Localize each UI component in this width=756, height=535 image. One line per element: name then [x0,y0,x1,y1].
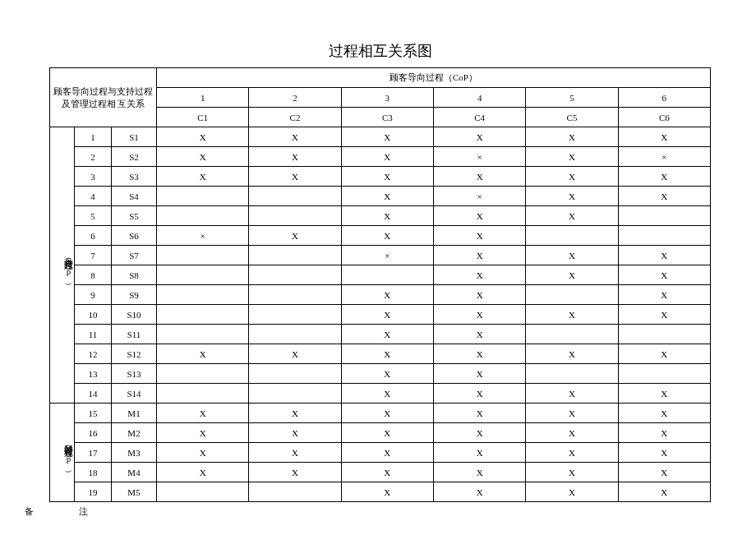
cell: X [434,482,526,502]
cell: X [618,344,710,364]
cell: X [434,305,526,325]
relation-table: 顾客导向过程与支持过程及管理过程相 互关系 顾客导向过程（CoP） 1 2 3 … [49,67,711,502]
row-code: S9 [112,285,157,305]
cell [341,265,433,285]
cell [249,206,341,226]
cell [157,325,249,344]
cell: X [618,404,710,423]
footnote: 备 注 [49,505,711,518]
table-row: 3S3XXXXXX [50,167,711,187]
cell: X [434,404,526,423]
cell: X [157,344,249,364]
table-row: 2S2XXX×X× [50,147,711,167]
row-num: 4 [75,187,112,206]
cell: X [526,127,618,147]
cell: X [249,404,341,423]
cell: X [618,265,710,285]
cell [157,384,249,404]
group-label-text: 管理过程（Mp） [51,439,74,465]
group-label: 支持过程（Sp） [50,127,75,404]
cell: X [526,482,618,502]
cell [249,482,341,502]
row-code: S1 [112,127,157,147]
cell: X [341,206,433,226]
cell: X [526,167,618,187]
cell: X [434,443,526,463]
table-row: 9S9XXX [50,285,711,305]
cell: × [157,226,249,246]
cell: X [157,167,249,187]
row-num: 1 [75,127,112,147]
cell: X [434,265,526,285]
col-num: 3 [341,88,433,108]
cell: X [249,167,341,187]
cell: X [526,443,618,463]
cell: X [341,344,433,364]
cell: × [434,147,526,167]
cell [157,482,249,502]
col-code: C3 [341,108,433,127]
cell [157,206,249,226]
cell: X [157,443,249,463]
cell: × [618,147,710,167]
cell: X [341,285,433,305]
cell: X [341,364,433,384]
cell [157,305,249,325]
row-num: 17 [75,443,112,463]
cell [618,364,710,384]
col-code: C6 [618,108,710,127]
cell: X [618,167,710,187]
row-num: 16 [75,423,112,443]
cell [526,226,618,246]
table-row: 17M3XXXXXX [50,443,711,463]
group-label-text: 支持过程（Sp） [51,251,74,278]
table-row: 管理过程（Mp）15M1XXXXXX [50,404,711,423]
row-num: 18 [75,463,112,482]
cell: X [526,404,618,423]
cell: X [434,226,526,246]
table-row: 6S6×XXX [50,226,711,246]
cell: X [341,482,433,502]
cell [249,384,341,404]
row-code: M1 [112,404,157,423]
cell: X [434,325,526,344]
row-num: 15 [75,404,112,423]
cell: × [434,187,526,206]
cell: X [618,305,710,325]
footnote-l2: 注 [79,505,88,518]
table-row: 5S5XXX [50,206,711,226]
cell: X [434,127,526,147]
row-num: 13 [75,364,112,384]
group-label: 管理过程（Mp） [50,404,75,502]
row-code: S14 [112,384,157,404]
row-code: S10 [112,305,157,325]
row-code: M4 [112,463,157,482]
cell: X [434,463,526,482]
cell: X [434,206,526,226]
cell: X [618,127,710,147]
row-code: M2 [112,423,157,443]
table-row: 8S8XXX [50,265,711,285]
table-row: 10S10XXXX [50,305,711,325]
row-num: 2 [75,147,112,167]
cell: X [249,443,341,463]
row-num: 3 [75,167,112,187]
table-row: 19M5XXXX [50,482,711,502]
row-num: 5 [75,206,112,226]
table-row: 4S4X×XX [50,187,711,206]
cell [618,325,710,344]
row-num: 7 [75,246,112,265]
cell: X [249,147,341,167]
row-code: S13 [112,364,157,384]
table-row: 16M2XXXXXX [50,423,711,443]
cell: X [618,384,710,404]
table-row: 支持过程（Sp）1S1XXXXXX [50,127,711,147]
cell [249,305,341,325]
cell: X [434,246,526,265]
cell: X [526,344,618,364]
col-code: C2 [249,108,341,127]
row-num: 10 [75,305,112,325]
cell: X [618,443,710,463]
cell: X [618,246,710,265]
cell: X [526,384,618,404]
